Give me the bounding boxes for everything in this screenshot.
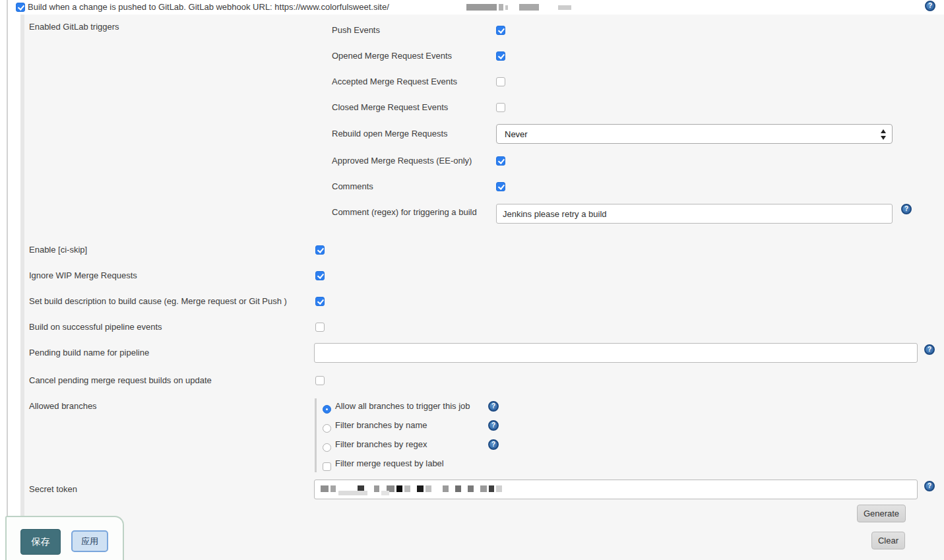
cancel-pending-label: Cancel pending merge request builds on u… xyxy=(29,375,212,386)
section-indent-line xyxy=(7,0,8,560)
help-icon[interactable] xyxy=(488,439,499,450)
help-icon[interactable] xyxy=(901,204,912,214)
allowed-branches-label: Allowed branches xyxy=(29,401,97,412)
approved-mr-checkbox[interactable] xyxy=(496,156,505,166)
allow-all-branches-radio[interactable] xyxy=(323,405,331,414)
ci-skip-checkbox[interactable] xyxy=(315,245,325,255)
nested-indent-line xyxy=(20,15,24,560)
build-description-label: Set build description to build cause (eg… xyxy=(29,296,287,307)
build-when-pushed-label: Build when a change is pushed to GitLab.… xyxy=(28,2,389,13)
secret-token-input[interactable] xyxy=(314,480,918,499)
help-icon[interactable] xyxy=(924,344,935,355)
rebuild-open-mr-label: Rebuild open Merge Requests xyxy=(332,129,448,139)
closed-mr-events-checkbox[interactable] xyxy=(496,103,505,112)
approved-mr-label: Approved Merge Requests (EE-only) xyxy=(332,156,472,166)
rebuild-open-mr-select[interactable]: Never xyxy=(496,124,893,144)
enabled-triggers-label: Enabled GitLab triggers xyxy=(29,22,119,32)
filter-branches-by-name-label: Filter branches by name xyxy=(335,420,427,431)
apply-button[interactable]: 应用 xyxy=(71,530,108,552)
redacted-token-value-lower xyxy=(338,491,391,495)
generate-button[interactable]: Generate xyxy=(857,505,906,522)
help-icon[interactable] xyxy=(924,481,935,491)
redacted-url-suffix xyxy=(466,4,573,11)
clear-button[interactable]: Clear xyxy=(871,532,905,549)
push-events-checkbox[interactable] xyxy=(496,26,505,35)
pending-build-name-label: Pending build name for pipeline xyxy=(29,348,149,358)
radio-group-indent-bar xyxy=(315,398,317,472)
config-section-background xyxy=(24,15,944,560)
filter-branches-by-regex-radio[interactable] xyxy=(323,443,331,452)
ci-skip-label: Enable [ci-skip] xyxy=(29,245,87,255)
secret-token-label: Secret token xyxy=(29,484,77,495)
filter-branches-by-regex-label: Filter branches by regex xyxy=(335,439,427,450)
allow-all-branches-label: Allow all branches to trigger this job xyxy=(335,401,470,412)
push-events-label: Push Events xyxy=(332,25,380,36)
build-when-pushed-checkbox[interactable] xyxy=(16,3,25,12)
gitlab-trigger-config-page: Build when a change is pushed to GitLab.… xyxy=(0,0,944,560)
ignore-wip-checkbox[interactable] xyxy=(315,271,325,280)
comments-label: Comments xyxy=(332,181,373,192)
filter-mr-by-label-label: Filter merge request by label xyxy=(335,458,444,469)
help-icon[interactable] xyxy=(488,401,499,412)
comment-regex-input[interactable] xyxy=(496,204,893,224)
help-icon[interactable] xyxy=(925,1,935,11)
opened-mr-events-checkbox[interactable] xyxy=(496,51,505,61)
select-stepper-icon xyxy=(881,129,887,140)
cancel-pending-checkbox[interactable] xyxy=(315,376,325,385)
build-description-checkbox[interactable] xyxy=(315,297,325,306)
comment-regex-label: Comment (regex) for triggering a build xyxy=(332,207,477,218)
rebuild-open-mr-selected-value: Never xyxy=(505,129,528,139)
successful-pipeline-checkbox[interactable] xyxy=(315,323,325,332)
help-icon[interactable] xyxy=(488,420,499,431)
filter-branches-by-name-radio[interactable] xyxy=(323,424,331,433)
successful-pipeline-label: Build on successful pipeline events xyxy=(29,322,162,332)
accepted-mr-events-checkbox[interactable] xyxy=(496,77,505,86)
comments-checkbox[interactable] xyxy=(496,182,505,191)
pending-build-name-input[interactable] xyxy=(314,343,918,363)
accepted-mr-events-label: Accepted Merge Request Events xyxy=(332,77,457,87)
ignore-wip-label: Ignore WIP Merge Requests xyxy=(29,270,137,281)
closed-mr-events-label: Closed Merge Request Events xyxy=(332,102,448,113)
opened-mr-events-label: Opened Merge Request Events xyxy=(332,51,452,61)
filter-mr-by-label-checkbox[interactable] xyxy=(323,462,331,471)
save-button[interactable]: 保存 xyxy=(20,529,61,555)
